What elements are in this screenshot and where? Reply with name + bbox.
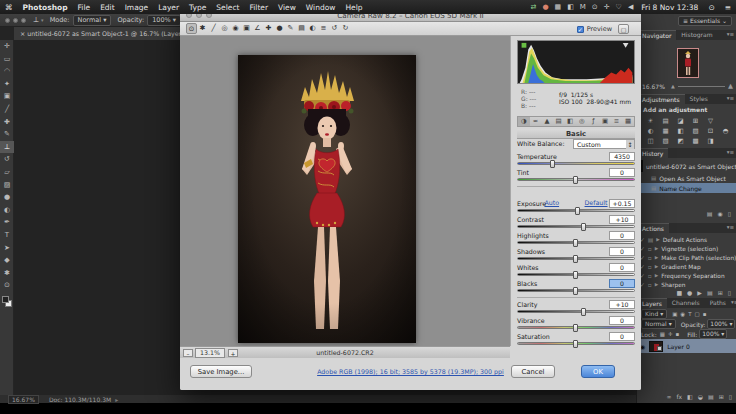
layer-row[interactable]: ◉ Layer 0 [637,339,736,353]
lock-all-icon[interactable]: ▪ [676,331,680,337]
mode-dropdown[interactable]: Normal ▾ [73,15,112,26]
layers-opacity-dropdown[interactable]: 100% ▾ [707,319,735,329]
slider-thumb[interactable] [573,271,578,279]
slider-track[interactable] [517,257,635,260]
tab-effects-icon[interactable]: ƒ [588,117,600,126]
slider-track[interactable] [517,209,635,212]
path-selection-tool[interactable]: ➤ [0,242,14,255]
rotate-right-icon[interactable]: ↻ [340,23,351,34]
navigator-zoom-slider[interactable] [678,86,725,87]
menu-item-select[interactable]: Select [211,3,244,12]
hand-tool-icon[interactable]: ✱ [197,23,208,34]
filter-smart-icon[interactable]: ▪ [703,311,707,317]
clone-stamp-tool[interactable]: ⊥ [0,141,14,154]
action-dialog-toggle[interactable]: ▫ [648,246,652,252]
toggle-fullscreen-icon[interactable]: ▢ [618,24,629,34]
accessibility-icon[interactable]: ✛ [601,3,613,11]
ok-button[interactable]: OK [581,365,615,378]
slider-thumb[interactable] [573,287,578,295]
apple-logo[interactable]: ⌘ [0,3,18,12]
action-item[interactable]: ✓▫▶Frequency Separation [637,271,736,280]
layer-effects-icon[interactable]: fx [676,393,682,400]
slider-value-field[interactable]: +10 [609,215,635,224]
tab-histogram[interactable]: Histogram [676,30,717,40]
workflow-options-link[interactable]: Adobe RGB (1998); 16 bit; 3585 by 5378 (… [180,368,641,375]
menu-item-photoshop[interactable]: Photoshop [18,3,73,12]
slider-thumb[interactable] [550,160,555,168]
lasso-tool[interactable]: ◠ [0,65,14,78]
vibrance-icon[interactable]: ▽ [705,117,716,125]
history-item[interactable]: untitled-6072 as Smart Object-1 [637,159,736,173]
hand-tool[interactable]: ✱ [0,267,14,280]
slider-value-field[interactable]: 0 [609,332,635,341]
current-tool-icon[interactable]: ⊥ [33,16,39,24]
panel-menu-icon[interactable]: ▾≡ [727,30,736,40]
channel-mixer-icon[interactable]: ⊡ [705,127,716,135]
tab-close-icon[interactable]: × [20,30,25,37]
zoom-tool[interactable]: ⊙ [0,279,14,292]
brush-tool[interactable]: ✎ [0,128,14,141]
new-document-from-state-icon[interactable]: ▤ [707,210,713,217]
adjustment-brush-icon[interactable]: ✎ [285,23,296,34]
layer-mask-icon[interactable]: ◧ [687,393,693,400]
straighten-tool-icon[interactable]: ∠ [252,23,263,34]
zoom-tool-icon[interactable]: ⊙ [186,23,197,34]
stop-icon[interactable]: ■ [676,289,682,296]
action-item[interactable]: ✓▤▶Default Actions [637,235,736,244]
window-close-button[interactable] [5,18,10,23]
lock-position-icon[interactable]: ✛ [668,331,673,337]
graduated-filter-icon[interactable]: ▤ [296,23,307,34]
brightness-contrast-icon[interactable]: ☀ [645,117,656,125]
window-manager-icon[interactable]: ▦ [552,3,565,11]
spotlight-search-icon[interactable]: ⊙ [703,3,719,12]
slider-track[interactable] [517,225,635,228]
action-expand-icon[interactable]: ▶ [655,246,658,251]
color-swatches[interactable] [0,294,13,310]
tab-lens-corrections-icon[interactable]: ◎ [576,117,588,126]
lock-transparency-icon[interactable]: ▦ [660,331,665,337]
tab-navigator[interactable]: Navigator [637,30,676,40]
photo-filter-icon[interactable]: ▨ [690,127,701,135]
slider-track[interactable] [517,289,635,292]
tab-hsl-icon[interactable]: ▤ [553,117,565,126]
menu-item-edit[interactable]: Edit [95,3,120,12]
cancel-button[interactable]: Cancel [511,365,555,378]
action-dialog-toggle[interactable]: ▫ [648,255,652,261]
kind-filter-dropdown[interactable]: Kind ▾ [641,309,667,319]
tab-presets-icon[interactable]: ≡ [611,117,623,126]
action-expand-icon[interactable]: ▶ [655,264,658,269]
slider-track[interactable] [517,273,635,276]
panel-menu-icon[interactable]: ▾≡ [727,223,736,233]
notification-dot-icon[interactable]: ● [539,3,551,11]
tab-basic-icon[interactable]: ◑ [518,117,530,126]
tab-snapshots-icon[interactable]: ▦ [622,117,634,126]
tab-actions[interactable]: Actions [637,223,669,233]
marquee-tool[interactable]: ▭ [0,53,14,66]
gradient-map-icon[interactable]: ▩ [690,137,701,145]
levels-icon[interactable]: ▤ [660,117,671,125]
slider-track[interactable] [517,310,635,313]
slider-thumb[interactable] [573,324,578,332]
slider-value-field[interactable]: 4350 [609,152,635,161]
slider-track[interactable] [517,241,635,244]
menu-item-type[interactable]: Type [184,3,211,12]
targeted-adjustment-tool-icon[interactable]: ◉ [230,23,241,34]
action-expand-icon[interactable]: ▶ [655,273,658,278]
slider-track[interactable] [517,326,635,329]
new-layer-icon[interactable]: ⊞ [719,393,724,400]
action-item[interactable]: ✓▫▶Gradient Map [637,262,736,271]
workspace-switcher[interactable]: ≡ Essentials ⌄ [678,16,732,26]
layer-group-icon[interactable]: ▤ [708,393,714,400]
invert-icon[interactable]: ◫ [645,137,656,145]
slider-thumb[interactable] [581,223,586,231]
volume-icon[interactable]: ◀ [625,3,636,11]
crop-tool-icon[interactable]: ▣ [241,23,252,34]
color-lookup-icon[interactable]: ◓ [720,127,731,135]
action-item[interactable]: ✓▫▶Vignette (selection) [637,244,736,253]
slider-value-field[interactable]: 0 [609,231,635,240]
slider-thumb[interactable] [573,340,578,348]
memory-monitor-icon[interactable]: M [577,3,589,11]
move-tool[interactable]: ✛ [0,40,14,53]
menu-item-image[interactable]: Image [120,3,154,12]
play-icon[interactable]: ▶ [697,289,702,296]
